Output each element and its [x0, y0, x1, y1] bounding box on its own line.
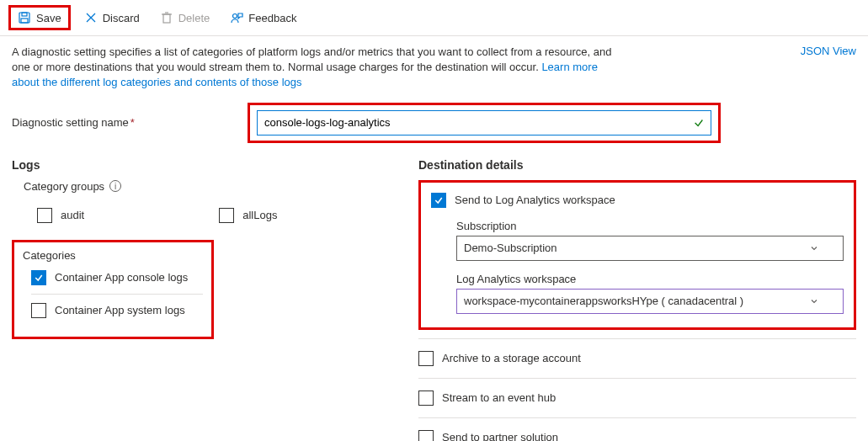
delete-button: Delete	[153, 8, 217, 28]
alllogs-label: allLogs	[242, 209, 277, 221]
toolbar: Save Discard Delete Feedback	[0, 0, 868, 36]
subscription-select[interactable]: Demo-Subscription	[456, 236, 844, 261]
workspace-select[interactable]: workspace-mycontainerappsworksHYpe ( can…	[456, 289, 844, 314]
chevron-down-icon	[809, 296, 819, 306]
feedback-button[interactable]: Feedback	[223, 8, 303, 28]
console-logs-checkbox[interactable]	[31, 270, 46, 285]
partner-label: Send to partner solution	[442, 431, 558, 441]
svg-rect-2	[21, 19, 28, 23]
system-logs-checkbox[interactable]	[31, 303, 46, 318]
destination-heading: Destination details	[418, 158, 856, 172]
save-button[interactable]: Save	[11, 8, 68, 28]
archive-checkbox[interactable]	[418, 351, 434, 366]
stream-label: Stream to an event hub	[442, 391, 556, 404]
send-log-analytics-checkbox[interactable]	[431, 193, 446, 208]
discard-label: Discard	[103, 12, 140, 24]
audit-label: audit	[61, 209, 84, 221]
category-groups-label: Category groups i	[24, 180, 393, 193]
categories-label: Categories	[23, 249, 203, 262]
setting-name-input[interactable]	[257, 110, 711, 135]
subscription-label: Subscription	[456, 220, 844, 232]
chevron-down-icon	[809, 243, 819, 253]
delete-label: Delete	[178, 12, 210, 24]
required-indicator: *	[130, 116, 135, 129]
trash-icon	[160, 11, 173, 24]
setting-name-label: Diagnostic setting name*	[12, 116, 248, 129]
svg-rect-1	[22, 13, 27, 16]
save-icon	[18, 11, 31, 24]
alllogs-checkbox[interactable]	[219, 208, 234, 223]
save-label: Save	[36, 12, 61, 24]
feedback-label: Feedback	[248, 12, 296, 24]
system-logs-label: Container App system logs	[55, 304, 185, 316]
logs-heading: Logs	[12, 158, 393, 172]
description-text: A diagnostic setting specifies a list of…	[12, 45, 626, 91]
close-icon	[84, 11, 98, 24]
person-feedback-icon	[230, 11, 243, 24]
send-log-analytics-label: Send to Log Analytics workspace	[455, 194, 615, 206]
workspace-value: workspace-mycontainerappsworksHYpe ( can…	[464, 295, 743, 307]
stream-checkbox[interactable]	[418, 391, 434, 406]
archive-label: Archive to a storage account	[442, 352, 581, 364]
discard-button[interactable]: Discard	[77, 8, 146, 28]
svg-rect-5	[163, 14, 170, 23]
check-icon	[693, 117, 705, 129]
subscription-value: Demo-Subscription	[464, 242, 557, 254]
console-logs-label: Container App console logs	[55, 271, 188, 284]
info-icon[interactable]: i	[109, 180, 121, 192]
svg-point-8	[233, 14, 237, 19]
json-view-link[interactable]: JSON View	[801, 45, 856, 57]
workspace-label: Log Analytics workspace	[456, 273, 844, 285]
partner-checkbox[interactable]	[418, 430, 434, 441]
audit-checkbox[interactable]	[37, 208, 52, 223]
